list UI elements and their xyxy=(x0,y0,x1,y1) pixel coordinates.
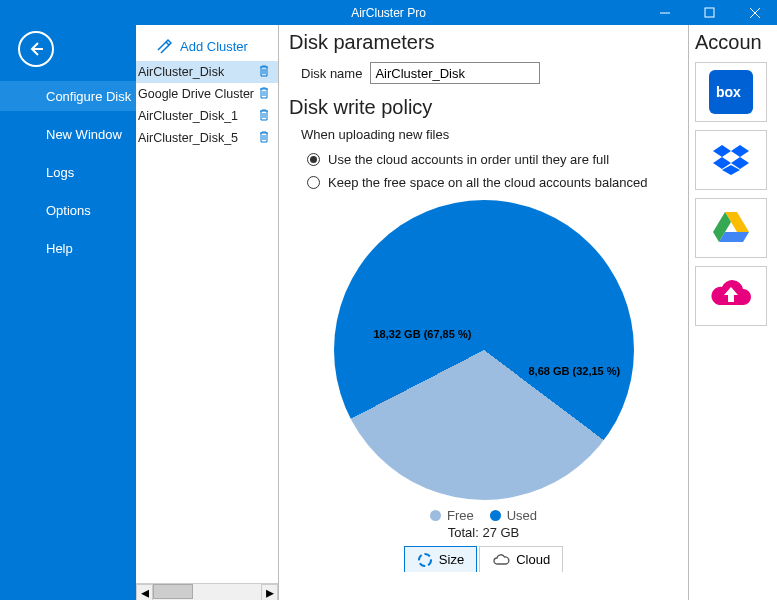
scroll-track[interactable] xyxy=(153,584,261,601)
close-button[interactable] xyxy=(732,0,777,25)
cluster-item[interactable]: AirCluster_Disk_5 xyxy=(136,127,278,149)
account-cloud-upload[interactable] xyxy=(695,266,767,326)
chart-legend: Free Used xyxy=(430,508,537,523)
add-cluster-label: Add Cluster xyxy=(180,39,248,54)
cluster-item-label: AirCluster_Disk xyxy=(138,65,224,79)
titlebar: AirCluster Pro xyxy=(0,0,777,25)
nav-options[interactable]: Options xyxy=(0,195,136,225)
pie-chart-graphic: 18,32 GB (67,85 %) 8,68 GB (32,15 %) xyxy=(334,200,634,500)
horizontal-scrollbar[interactable]: ◂ ▸ xyxy=(136,583,278,600)
nav-logs[interactable]: Logs xyxy=(0,157,136,187)
maximize-button[interactable] xyxy=(687,0,732,25)
window-title: AirCluster Pro xyxy=(351,6,426,20)
policy-option-label: Keep the free space on all the cloud acc… xyxy=(328,175,647,190)
policy-option-1[interactable]: Keep the free space on all the cloud acc… xyxy=(307,175,678,190)
legend-free: Free xyxy=(430,508,474,523)
trash-icon[interactable] xyxy=(258,130,270,147)
main-panel: Disk parameters Disk name Disk write pol… xyxy=(279,25,688,600)
pie-chart: 18,32 GB (67,85 %) 8,68 GB (32,15 %) Fre… xyxy=(289,200,678,572)
cluster-item-label: Google Drive Cluster xyxy=(138,87,254,101)
add-cluster-button[interactable]: Add Cluster xyxy=(136,31,278,61)
scroll-thumb[interactable] xyxy=(153,584,193,599)
nav-new-window[interactable]: New Window xyxy=(0,119,136,149)
cluster-item-label: AirCluster_Disk_5 xyxy=(138,131,238,145)
cloud-upload-icon xyxy=(709,274,753,318)
nav-configure-disk[interactable]: Configure Disk xyxy=(0,81,136,111)
account-box[interactable]: box xyxy=(695,62,767,122)
nav-help[interactable]: Help xyxy=(0,233,136,263)
window-controls xyxy=(642,0,777,25)
scroll-right-arrow[interactable]: ▸ xyxy=(261,584,278,601)
chart-tabs: Size Cloud xyxy=(404,546,563,572)
legend-dot-icon xyxy=(430,510,441,521)
trash-icon[interactable] xyxy=(258,108,270,125)
minimize-button[interactable] xyxy=(642,0,687,25)
disk-name-label: Disk name xyxy=(301,66,362,81)
write-policy-heading: Disk write policy xyxy=(289,96,678,119)
account-google-drive[interactable] xyxy=(695,198,767,258)
tab-size[interactable]: Size xyxy=(404,546,477,572)
cluster-item[interactable]: AirCluster_Disk_1 xyxy=(136,105,278,127)
trash-icon[interactable] xyxy=(258,86,270,103)
policy-option-0[interactable]: Use the cloud accounts in order until th… xyxy=(307,152,678,167)
dropbox-icon xyxy=(709,138,753,182)
cluster-item[interactable]: Google Drive Cluster xyxy=(136,83,278,105)
tab-cloud[interactable]: Cloud xyxy=(479,546,563,572)
policy-option-label: Use the cloud accounts in order until th… xyxy=(328,152,609,167)
accounts-panel: Accoun box xyxy=(688,25,777,600)
box-icon: box xyxy=(709,70,753,114)
back-button[interactable] xyxy=(18,31,54,67)
write-policy-description: When uploading new files xyxy=(301,127,678,142)
svg-rect-1 xyxy=(705,8,714,17)
sidebar-nav: Configure Disk New Window Logs Options H… xyxy=(0,25,136,600)
disk-parameters-heading: Disk parameters xyxy=(289,31,678,54)
svg-point-5 xyxy=(419,554,431,566)
pie-slice-free-label: 8,68 GB (32,15 %) xyxy=(529,365,621,377)
legend-dot-icon xyxy=(490,510,501,521)
radio-icon xyxy=(307,153,320,166)
cluster-item[interactable]: AirCluster_Disk xyxy=(136,61,278,83)
svg-text:box: box xyxy=(716,84,741,100)
chart-total: Total: 27 GB xyxy=(448,525,520,540)
scroll-left-arrow[interactable]: ◂ xyxy=(136,584,153,601)
google-drive-icon xyxy=(709,206,753,250)
account-dropbox[interactable] xyxy=(695,130,767,190)
legend-used: Used xyxy=(490,508,537,523)
cluster-item-label: AirCluster_Disk_1 xyxy=(138,109,238,123)
trash-icon[interactable] xyxy=(258,64,270,81)
pie-slice-used-label: 18,32 GB (67,85 %) xyxy=(374,328,472,340)
radio-icon xyxy=(307,176,320,189)
disk-name-input[interactable] xyxy=(370,62,540,84)
cluster-panel: Add Cluster AirCluster_Disk Google Drive… xyxy=(136,25,279,600)
accounts-heading: Accoun xyxy=(695,31,771,54)
